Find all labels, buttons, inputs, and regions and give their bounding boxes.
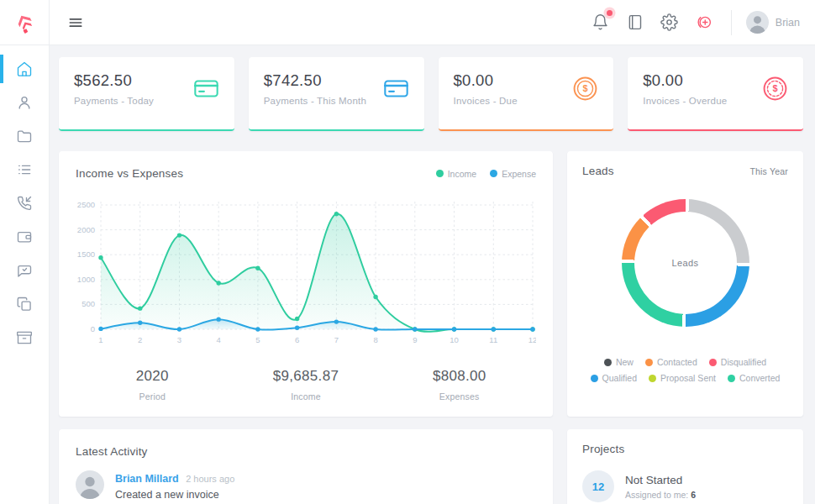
svg-text:2: 2 bbox=[138, 335, 142, 344]
notifications-button[interactable] bbox=[587, 9, 613, 35]
activity-user-link[interactable]: Brian Millard bbox=[115, 473, 179, 485]
leads-legend-row: QualifiedProposal SentConverted bbox=[591, 373, 781, 383]
stat-card-payments-today[interactable]: $562.50 Payments - Today bbox=[59, 57, 234, 131]
svg-text:3: 3 bbox=[177, 335, 181, 344]
chart-point[interactable] bbox=[334, 319, 339, 323]
sidebar-item-documents[interactable] bbox=[0, 287, 49, 321]
summary-period: 2020 Period bbox=[76, 368, 229, 402]
lead-legend-item[interactable]: New bbox=[604, 357, 634, 367]
legend-dot bbox=[645, 359, 653, 366]
notification-badge bbox=[607, 10, 613, 16]
chart-point[interactable] bbox=[177, 327, 181, 331]
svg-text:10: 10 bbox=[450, 335, 459, 344]
user-menu[interactable]: Brian bbox=[746, 11, 800, 34]
settings-button[interactable] bbox=[656, 9, 682, 35]
projects-title: Projects bbox=[582, 443, 788, 455]
activity-description: Created a new invoice bbox=[115, 489, 234, 501]
charts-row: Income vs Expenses Income Expense 050010… bbox=[59, 151, 803, 417]
dollar-coin-icon: $ bbox=[762, 76, 788, 102]
brand-logo[interactable] bbox=[0, 0, 50, 45]
summary-income: $9,685.87 Income bbox=[229, 368, 383, 402]
sidebar-item-messages[interactable] bbox=[0, 254, 49, 287]
expense-legend-dot bbox=[490, 170, 497, 177]
lead-legend-item[interactable]: Converted bbox=[728, 373, 780, 383]
chart-point[interactable] bbox=[334, 212, 339, 216]
income-series bbox=[98, 212, 534, 332]
project-item[interactable]: 12 Not Started Assigned to me: 6 bbox=[582, 470, 788, 502]
menu-toggle-button[interactable] bbox=[64, 11, 87, 34]
stat-card-payments-month[interactable]: $742.50 Payments - This Month bbox=[249, 57, 424, 131]
chart-point[interactable] bbox=[492, 327, 496, 331]
sidebar-item-contacts[interactable] bbox=[0, 86, 49, 119]
project-assigned: Assigned to me: 6 bbox=[625, 490, 696, 500]
svg-text:2500: 2500 bbox=[77, 200, 95, 209]
user-icon bbox=[16, 94, 33, 111]
chart-point[interactable] bbox=[98, 327, 103, 331]
bell-icon bbox=[592, 13, 609, 31]
svg-text:11: 11 bbox=[489, 335, 497, 344]
income-expenses-chart: 05001000150020002500123456789101112 bbox=[76, 197, 536, 346]
lead-legend-item[interactable]: Proposal Sent bbox=[649, 373, 716, 383]
main-content: $562.50 Payments - Today $742.50 Payment… bbox=[50, 45, 815, 504]
chart-point[interactable] bbox=[216, 281, 220, 285]
stat-amount: $742.50 bbox=[264, 71, 366, 90]
svg-text:12: 12 bbox=[528, 335, 536, 344]
stat-card-invoices-due[interactable]: $0.00 Invoices - Due $ bbox=[439, 57, 614, 131]
chart-point[interactable] bbox=[295, 317, 299, 321]
leads-legend: NewContactedDisqualifiedQualifiedProposa… bbox=[582, 357, 788, 383]
brand-logo-icon bbox=[13, 11, 36, 34]
sidebar-item-items[interactable] bbox=[0, 153, 49, 186]
sidebar-item-archive[interactable] bbox=[0, 321, 49, 354]
svg-text:1000: 1000 bbox=[77, 275, 95, 284]
leads-donut-chart: Leads bbox=[622, 199, 749, 327]
sidebar-item-dashboard[interactable] bbox=[0, 52, 49, 86]
svg-text:1: 1 bbox=[98, 335, 103, 344]
stat-card-invoices-overdue[interactable]: $0.00 Invoices - Overdue $ bbox=[628, 57, 803, 131]
avatar bbox=[76, 470, 104, 499]
list-icon bbox=[16, 161, 33, 178]
legend-item-expense: Expense bbox=[490, 169, 536, 179]
folder-icon bbox=[16, 128, 33, 144]
chart-point[interactable] bbox=[255, 265, 260, 270]
chart-point[interactable] bbox=[452, 327, 456, 331]
sidebar-item-payments[interactable] bbox=[0, 220, 49, 254]
chart-point[interactable] bbox=[216, 317, 220, 321]
lead-legend-item[interactable]: Disqualified bbox=[709, 357, 766, 367]
sidebar-item-folders[interactable] bbox=[0, 119, 49, 153]
legend-item-income: Income bbox=[436, 169, 476, 179]
topbar-actions: Brian bbox=[579, 9, 815, 35]
svg-text:5: 5 bbox=[255, 335, 260, 344]
leads-title: Leads bbox=[582, 165, 614, 177]
leads-legend-row: NewContactedDisqualified bbox=[604, 357, 766, 367]
phone-incoming-icon bbox=[16, 195, 33, 212]
project-status-label: Not Started bbox=[625, 474, 696, 486]
sidebar-item-calls[interactable] bbox=[0, 186, 49, 220]
svg-text:7: 7 bbox=[334, 335, 339, 344]
chart-point[interactable] bbox=[255, 327, 260, 331]
legend-dot bbox=[649, 375, 656, 382]
activity-item[interactable]: Brian Millard 2 hours ago Created a new … bbox=[76, 470, 536, 501]
chart-point[interactable] bbox=[530, 327, 534, 331]
svg-text:9: 9 bbox=[413, 335, 417, 344]
lead-legend-item[interactable]: Qualified bbox=[591, 373, 637, 383]
chart-point[interactable] bbox=[295, 326, 299, 330]
chart-point[interactable] bbox=[98, 255, 103, 260]
leads-period[interactable]: This Year bbox=[749, 166, 788, 176]
chart-point[interactable] bbox=[413, 327, 417, 331]
wallet-icon bbox=[16, 228, 33, 245]
quick-create-button[interactable] bbox=[691, 9, 717, 35]
sidebar bbox=[0, 45, 50, 504]
chart-point[interactable] bbox=[138, 306, 142, 310]
legend-dot bbox=[728, 375, 735, 382]
topbar: Brian bbox=[0, 0, 815, 45]
notes-button[interactable] bbox=[622, 9, 648, 35]
chart-point[interactable] bbox=[373, 295, 377, 299]
chart-point[interactable] bbox=[177, 233, 181, 237]
archive-icon bbox=[16, 329, 33, 346]
credit-card-icon bbox=[383, 76, 409, 102]
chart-point[interactable] bbox=[373, 327, 377, 331]
legend-dot bbox=[604, 359, 612, 366]
lead-legend-item[interactable]: Contacted bbox=[645, 357, 697, 367]
chart-point[interactable] bbox=[138, 321, 142, 325]
svg-text:$: $ bbox=[583, 83, 588, 93]
